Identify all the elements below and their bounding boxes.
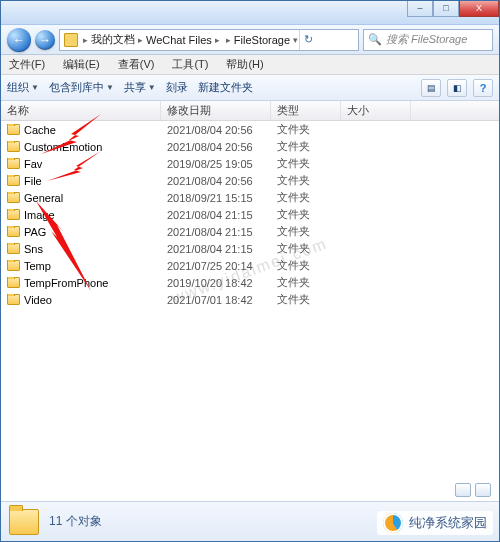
table-row[interactable]: Cache2021/08/04 20:56文件夹 bbox=[1, 121, 499, 138]
table-row[interactable]: CustomEmotion2021/08/04 20:56文件夹 bbox=[1, 138, 499, 155]
breadcrumb-root[interactable]: 我的文档 bbox=[89, 32, 137, 47]
table-row[interactable]: PAG2021/08/04 21:15文件夹 bbox=[1, 223, 499, 240]
help-button[interactable]: ? bbox=[473, 79, 493, 97]
search-placeholder: 搜索 FileStorage bbox=[386, 32, 467, 47]
chevron-down-icon: ▼ bbox=[31, 83, 39, 92]
file-name: TempFromPhone bbox=[24, 277, 108, 289]
cell-name: Image bbox=[1, 209, 161, 221]
column-size[interactable]: 大小 bbox=[341, 101, 411, 120]
view-options-button[interactable]: ▤ bbox=[421, 79, 441, 97]
minimize-button[interactable]: – bbox=[407, 1, 433, 17]
cell-name: Video bbox=[1, 294, 161, 306]
chevron-right-icon: ▸ bbox=[214, 35, 221, 45]
chevron-down-icon[interactable]: ▾ bbox=[292, 35, 299, 45]
include-in-library-button[interactable]: 包含到库中▼ bbox=[49, 80, 114, 95]
burn-button[interactable]: 刻录 bbox=[166, 80, 188, 95]
column-date[interactable]: 修改日期 bbox=[161, 101, 271, 120]
table-row[interactable]: Sns2021/08/04 21:15文件夹 bbox=[1, 240, 499, 257]
table-row[interactable]: Temp2021/07/25 20:14文件夹 bbox=[1, 257, 499, 274]
file-name: Cache bbox=[24, 124, 56, 136]
table-row[interactable]: Image2021/08/04 21:15文件夹 bbox=[1, 206, 499, 223]
chevron-right-icon: ▸ bbox=[137, 35, 144, 45]
close-button[interactable]: X bbox=[459, 1, 499, 17]
folder-icon bbox=[9, 509, 39, 535]
file-name: Temp bbox=[24, 260, 51, 272]
column-type[interactable]: 类型 bbox=[271, 101, 341, 120]
folder-icon bbox=[7, 209, 20, 220]
cell-type: 文件夹 bbox=[271, 275, 341, 290]
folder-icon bbox=[7, 226, 20, 237]
breadcrumb[interactable]: ▸ 我的文档 ▸ WeChat Files ▸ ▸ FileStorage ▾ … bbox=[59, 29, 359, 51]
cell-date: 2021/08/04 21:15 bbox=[161, 209, 271, 221]
help-icon: ? bbox=[480, 82, 487, 94]
file-name: PAG bbox=[24, 226, 46, 238]
layout-icon[interactable] bbox=[475, 483, 491, 497]
title-bar: – □ X bbox=[1, 1, 499, 25]
cell-date: 2021/08/04 21:15 bbox=[161, 243, 271, 255]
menu-edit[interactable]: 编辑(E) bbox=[61, 55, 102, 74]
cell-name: Sns bbox=[1, 243, 161, 255]
folder-icon bbox=[7, 243, 20, 254]
cell-name: General bbox=[1, 192, 161, 204]
column-name[interactable]: 名称 bbox=[1, 101, 161, 120]
cell-name: PAG bbox=[1, 226, 161, 238]
table-row[interactable]: Video2021/07/01 18:42文件夹 bbox=[1, 291, 499, 308]
menu-file[interactable]: 文件(F) bbox=[7, 55, 47, 74]
cell-date: 2019/08/25 19:05 bbox=[161, 158, 271, 170]
folder-icon bbox=[7, 124, 20, 135]
menu-tools[interactable]: 工具(T) bbox=[170, 55, 210, 74]
file-list[interactable]: Cache2021/08/04 20:56文件夹CustomEmotion202… bbox=[1, 121, 499, 501]
folder-icon bbox=[7, 175, 20, 186]
cell-name: Fav bbox=[1, 158, 161, 170]
breadcrumb-item[interactable]: FileStorage bbox=[232, 34, 292, 46]
forward-button[interactable]: → bbox=[35, 30, 55, 50]
file-name: Video bbox=[24, 294, 52, 306]
folder-icon bbox=[7, 294, 20, 305]
folder-icon bbox=[64, 33, 78, 47]
cell-date: 2021/08/04 20:56 bbox=[161, 141, 271, 153]
table-row[interactable]: Fav2019/08/25 19:05文件夹 bbox=[1, 155, 499, 172]
view-mode-icons bbox=[455, 483, 491, 497]
cell-type: 文件夹 bbox=[271, 258, 341, 273]
table-row[interactable]: General2018/09/21 15:15文件夹 bbox=[1, 189, 499, 206]
preview-pane-button[interactable]: ◧ bbox=[447, 79, 467, 97]
file-name: File bbox=[24, 175, 42, 187]
table-row[interactable]: File2021/08/04 20:56文件夹 bbox=[1, 172, 499, 189]
new-folder-button[interactable]: 新建文件夹 bbox=[198, 80, 253, 95]
table-row[interactable]: TempFromPhone2019/10/20 18:42文件夹 bbox=[1, 274, 499, 291]
cell-type: 文件夹 bbox=[271, 190, 341, 205]
folder-icon bbox=[7, 158, 20, 169]
chevron-down-icon: ▼ bbox=[148, 83, 156, 92]
view-icon: ▤ bbox=[427, 83, 436, 93]
cell-date: 2021/07/01 18:42 bbox=[161, 294, 271, 306]
file-name: General bbox=[24, 192, 63, 204]
search-input[interactable]: 🔍 搜索 FileStorage bbox=[363, 29, 493, 51]
cell-date: 2021/07/25 20:14 bbox=[161, 260, 271, 272]
cell-type: 文件夹 bbox=[271, 139, 341, 154]
status-bar: 11 个对象 bbox=[1, 501, 499, 541]
share-button[interactable]: 共享▼ bbox=[124, 80, 156, 95]
menu-help[interactable]: 帮助(H) bbox=[224, 55, 265, 74]
cell-name: Cache bbox=[1, 124, 161, 136]
cell-type: 文件夹 bbox=[271, 122, 341, 137]
search-icon: 🔍 bbox=[368, 33, 382, 46]
cell-type: 文件夹 bbox=[271, 173, 341, 188]
back-button[interactable]: ← bbox=[7, 28, 31, 52]
file-name: CustomEmotion bbox=[24, 141, 102, 153]
folder-icon bbox=[7, 141, 20, 152]
organize-button[interactable]: 组织▼ bbox=[7, 80, 39, 95]
folder-icon bbox=[7, 260, 20, 271]
cell-date: 2021/08/04 20:56 bbox=[161, 124, 271, 136]
cell-type: 文件夹 bbox=[271, 241, 341, 256]
refresh-button[interactable]: ↻ bbox=[299, 30, 317, 50]
cell-name: File bbox=[1, 175, 161, 187]
layout-icon[interactable] bbox=[455, 483, 471, 497]
breadcrumb-item[interactable]: WeChat Files bbox=[144, 34, 214, 46]
maximize-button[interactable]: □ bbox=[433, 1, 459, 17]
cell-name: Temp bbox=[1, 260, 161, 272]
chevron-down-icon: ▼ bbox=[106, 83, 114, 92]
menu-view[interactable]: 查看(V) bbox=[116, 55, 157, 74]
nav-bar: ← → ▸ 我的文档 ▸ WeChat Files ▸ ▸ FileStorag… bbox=[1, 25, 499, 55]
cell-type: 文件夹 bbox=[271, 207, 341, 222]
column-headers: 名称 修改日期 类型 大小 bbox=[1, 101, 499, 121]
